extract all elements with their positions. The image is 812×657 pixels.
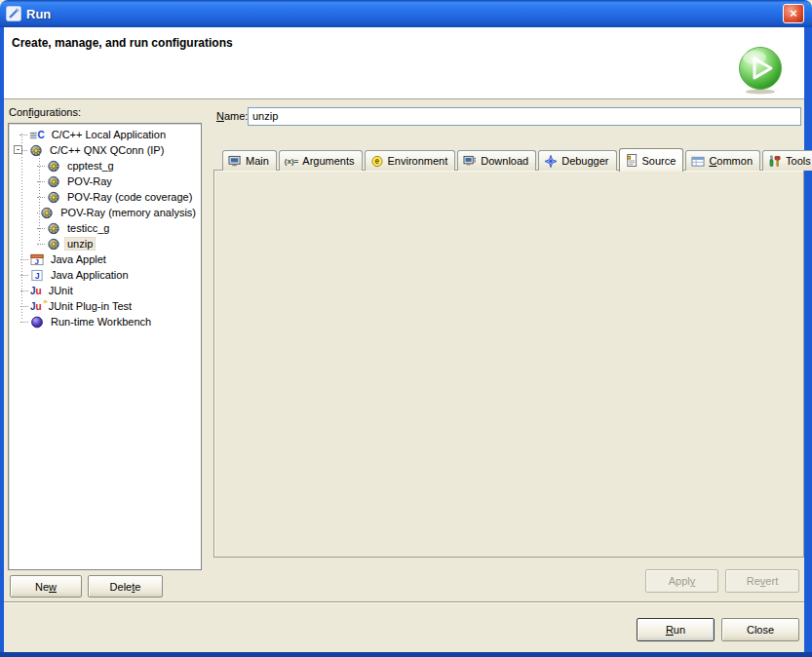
tree-item-junit[interactable]: Ju JUnit xyxy=(11,283,199,298)
java-application-icon: J xyxy=(30,269,44,282)
environment-tab-icon: e xyxy=(370,155,384,168)
revert-button[interactable]: Revert xyxy=(725,569,799,593)
tab-debugger[interactable]: Debugger xyxy=(538,150,616,171)
tree-item-junit-plugin-test[interactable]: Ju» JUnit Plug-in Test xyxy=(11,298,199,314)
download-tab-icon xyxy=(463,155,477,168)
apply-button[interactable]: Apply xyxy=(645,569,718,593)
workbench-icon xyxy=(30,316,44,328)
tree-item-pov-ray-memory-analysis[interactable]: POV-Ray (memory analysis) xyxy=(11,205,199,220)
tree-item-pov-ray-code-coverage[interactable]: POV-Ray (code coverage) xyxy=(11,189,199,205)
tab-main[interactable]: Main xyxy=(222,150,277,171)
titlebar[interactable]: Run × xyxy=(0,0,812,27)
name-input[interactable]: unzip xyxy=(248,107,801,126)
close-dialog-button[interactable]: Close xyxy=(721,618,799,641)
java-applet-icon: J xyxy=(30,253,44,266)
svg-text:J: J xyxy=(35,271,40,281)
tree-item-cpp-qnx-qconn[interactable]: - C/C++ QNX QConn (IP) xyxy=(11,142,199,158)
common-tab-icon xyxy=(691,155,705,168)
source-tab-icon xyxy=(625,154,638,167)
tree-item-unzip[interactable]: unzip xyxy=(11,236,199,251)
dialog-banner: Create, manage, and run configurations xyxy=(4,27,804,99)
tab-bar: Main (x)= Arguments e Environment Downlo… xyxy=(222,148,812,171)
svg-text:J: J xyxy=(34,256,38,265)
gear-icon xyxy=(40,207,54,219)
footer-separator xyxy=(4,601,804,603)
tools-tab-icon xyxy=(768,155,782,168)
collapse-expander-icon[interactable]: - xyxy=(14,145,22,154)
tree-item-cpptest_g[interactable]: cpptest_g xyxy=(11,158,199,174)
delete-button[interactable]: Delete xyxy=(88,575,163,598)
gear-icon xyxy=(29,144,43,157)
tab-download[interactable]: Download xyxy=(457,150,536,171)
debugger-tab-icon xyxy=(544,155,558,168)
arguments-tab-icon: (x)= xyxy=(285,157,298,166)
window-border xyxy=(0,652,812,657)
gear-icon xyxy=(47,160,60,173)
configurations-tree[interactable]: ≣C C/C++ Local Application - C/C++ QNX Q… xyxy=(8,123,202,570)
tab-arguments[interactable]: (x)= Arguments xyxy=(279,150,363,171)
junit-plugin-icon: Ju» xyxy=(30,300,42,313)
window-border xyxy=(804,27,812,657)
tree-item-java-application[interactable]: J Java Application xyxy=(11,267,199,283)
tree-item-pov-ray[interactable]: POV-Ray xyxy=(11,174,199,189)
gear-icon xyxy=(47,238,60,251)
tab-source[interactable]: Source xyxy=(619,148,684,172)
tab-common[interactable]: Common xyxy=(685,150,760,171)
tab-environment[interactable]: e Environment xyxy=(365,150,456,171)
svg-text:e: e xyxy=(374,156,379,166)
window-icon xyxy=(6,6,21,21)
tree-item-testicc_g[interactable]: testicc_g xyxy=(11,220,199,236)
name-label: Name: xyxy=(216,110,248,122)
new-button[interactable]: New xyxy=(10,575,82,598)
gear-icon xyxy=(47,222,60,235)
window-border xyxy=(0,27,4,657)
tree-item-java-applet[interactable]: J Java Applet xyxy=(11,251,199,267)
cpp-local-icon: ≣C xyxy=(29,129,45,141)
close-button[interactable]: × xyxy=(783,4,804,23)
gear-icon xyxy=(47,191,60,204)
run-dialog-window: Run × Create, manage, and run configurat… xyxy=(0,0,812,657)
tree-item-cpp-local-application[interactable]: ≣C C/C++ Local Application xyxy=(11,127,199,142)
junit-icon: Ju xyxy=(30,285,42,297)
close-icon: × xyxy=(790,6,797,20)
run-banner-icon xyxy=(736,45,785,96)
run-button[interactable]: Run xyxy=(637,618,715,641)
window-title: Run xyxy=(26,7,51,21)
configurations-label: Configurations: xyxy=(9,106,81,118)
main-tab-icon xyxy=(228,155,242,168)
source-tab-panel xyxy=(213,170,804,558)
banner-message: Create, manage, and run configurations xyxy=(12,36,233,50)
tree-item-runtime-workbench[interactable]: Run-time Workbench xyxy=(11,314,199,329)
gear-icon xyxy=(47,175,60,188)
tab-tools[interactable]: Tools xyxy=(762,150,812,171)
